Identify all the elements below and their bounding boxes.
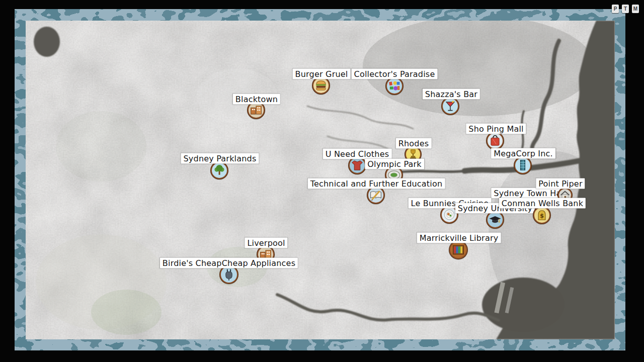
marker-label[interactable]: Conman Wells Bank [499, 198, 586, 209]
cocktail-icon[interactable] [442, 98, 459, 115]
marker-label[interactable]: Rhodes [396, 138, 432, 149]
marker-label[interactable]: Sydney Parklands [181, 153, 259, 164]
books-icon[interactable] [449, 241, 467, 259]
marker-label[interactable]: Birdie's CheapCheap Appliances [160, 258, 298, 268]
bank-icon[interactable]: $ [533, 207, 550, 224]
skyscraper-icon[interactable] [514, 157, 531, 174]
marker-label[interactable]: Sydney Town Hall [491, 188, 568, 199]
burger-icon[interactable] [312, 77, 330, 94]
marker-label[interactable]: Point Piper [536, 178, 585, 189]
map-mode-buttons: P T M [612, 5, 639, 13]
marker-label[interactable]: Olympic Park [365, 159, 424, 169]
svg-text:$: $ [540, 212, 544, 219]
marker-label[interactable]: U Need Clothes [323, 149, 392, 159]
hud-button-p[interactable]: P [612, 5, 619, 13]
marker-label[interactable]: Sho Ping Mall [466, 124, 526, 134]
marker-label[interactable]: Shazza's Bar [423, 89, 480, 100]
hud-button-t[interactable]: T [622, 5, 629, 13]
hud-button-m[interactable]: M [632, 5, 639, 13]
marker-label[interactable]: Liverpool [245, 238, 287, 248]
marker-label[interactable]: Marrickville Library [417, 233, 501, 243]
marker-label[interactable]: MegaCorp Inc. [491, 148, 555, 159]
bag-icon[interactable] [487, 132, 504, 149]
marker-label[interactable]: Technical and Further Education [308, 178, 445, 189]
gradcap-icon[interactable] [487, 211, 504, 228]
tree-icon[interactable] [211, 162, 228, 179]
marker-label[interactable]: Collector's Paradise [352, 69, 438, 79]
game-map-screen: Burger Gruel Collector's Paradise Blackt… [0, 0, 644, 362]
collectibles-icon[interactable] [386, 77, 403, 95]
marker-label[interactable]: Burger Gruel [293, 69, 351, 79]
tshirt-icon[interactable] [349, 157, 366, 174]
marker-label[interactable]: Blacktown [233, 94, 280, 105]
bookpencil-icon[interactable] [367, 187, 384, 204]
